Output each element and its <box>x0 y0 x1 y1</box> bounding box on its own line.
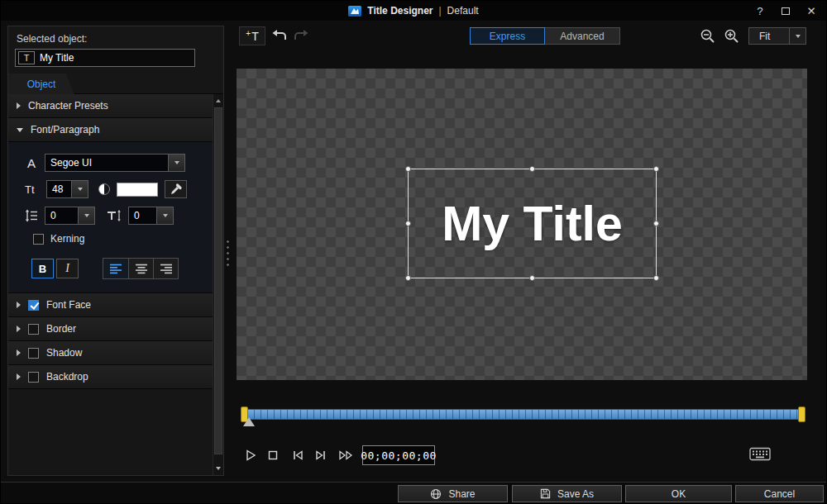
chevron-down-icon <box>796 35 801 38</box>
footer-bar: Share Save As OK Cancel <box>1 482 826 504</box>
trim-end-handle[interactable] <box>798 407 805 422</box>
italic-button[interactable]: I <box>56 259 79 278</box>
title-separator: | <box>438 5 441 17</box>
scrollbar-thumb[interactable] <box>214 107 222 454</box>
align-right-icon <box>160 264 173 274</box>
advanced-mode-button[interactable]: Advanced <box>545 27 620 45</box>
panel-scrollbar[interactable] <box>213 94 223 475</box>
text-selection-box[interactable]: My Title <box>408 169 657 278</box>
share-button[interactable]: Share <box>398 485 508 502</box>
backdrop-checkbox[interactable] <box>28 372 39 383</box>
stop-icon <box>266 449 280 462</box>
resize-handle-sw[interactable] <box>405 275 411 281</box>
playhead-marker[interactable] <box>243 417 255 426</box>
redo-button[interactable] <box>294 29 310 41</box>
previous-frame-button[interactable] <box>288 445 308 465</box>
object-name-field[interactable]: T My Title <box>15 49 195 67</box>
selected-object-label: Selected object: <box>17 33 87 45</box>
insert-text-button[interactable]: +T <box>239 26 265 45</box>
section-font-paragraph[interactable]: Font/Paragraph <box>8 118 213 142</box>
zoom-out-button[interactable] <box>700 28 715 44</box>
font-family-icon: A <box>25 156 38 170</box>
tab-object-label: Object <box>27 78 56 90</box>
resize-handle-se[interactable] <box>653 275 659 281</box>
save-as-button[interactable]: Save As <box>512 485 622 502</box>
tab-object[interactable]: Object <box>8 74 74 94</box>
baseline-shift-select[interactable]: 0 <box>128 207 174 225</box>
scroll-up-button[interactable] <box>213 95 223 107</box>
spacing-row: 0 0 <box>25 207 213 225</box>
undo-button[interactable] <box>270 29 287 41</box>
border-checkbox[interactable] <box>28 324 39 335</box>
shadow-checkbox[interactable] <box>28 348 39 359</box>
ok-label: OK <box>672 488 686 500</box>
resize-handle-nw[interactable] <box>405 166 411 172</box>
timecode-display: 00;00;00;00 <box>362 445 435 465</box>
text-style-row: B I <box>31 258 213 279</box>
font-family-select[interactable]: Segoe UI <box>45 154 185 172</box>
fit-zoom-select[interactable]: Fit <box>748 27 806 45</box>
section-character-presets[interactable]: Character Presets <box>8 94 213 118</box>
align-center-button[interactable] <box>128 259 153 278</box>
bold-button[interactable]: B <box>31 259 54 278</box>
font-face-checkbox[interactable] <box>28 300 39 311</box>
resize-handle-e[interactable] <box>653 221 659 226</box>
resize-handle-ne[interactable] <box>653 166 659 172</box>
chevron-down-icon <box>78 188 83 191</box>
eyedropper-button[interactable] <box>165 180 187 198</box>
close-button[interactable]: ✕ <box>805 4 818 17</box>
baseline-shift-dropdown-button[interactable] <box>156 207 174 225</box>
tab-strip: Object <box>8 74 223 94</box>
kerning-checkbox[interactable] <box>33 234 44 245</box>
section-shadow[interactable]: Shadow <box>8 341 213 365</box>
fast-forward-button[interactable] <box>334 445 357 465</box>
baseline-shift-value: 0 <box>128 207 156 225</box>
fit-dropdown-button[interactable] <box>789 28 805 44</box>
express-mode-button[interactable]: Express <box>470 27 545 45</box>
help-button[interactable]: ? <box>753 4 767 17</box>
next-frame-button[interactable] <box>311 445 331 465</box>
font-size-dropdown-button[interactable] <box>71 180 88 198</box>
play-icon <box>244 449 257 462</box>
duration-timeline[interactable] <box>246 409 799 420</box>
play-button[interactable] <box>241 445 261 465</box>
canvas-title-text[interactable]: My Title <box>442 196 623 252</box>
section-backdrop[interactable]: Backdrop <box>8 365 213 389</box>
maximize-icon <box>782 7 790 15</box>
resize-handle-w[interactable] <box>405 221 411 226</box>
line-spacing-select[interactable]: 0 <box>45 207 95 225</box>
maximize-button[interactable] <box>779 4 792 17</box>
mode-toggle: Express Advanced <box>470 27 620 45</box>
cancel-button[interactable]: Cancel <box>735 485 824 502</box>
section-border[interactable]: Border <box>8 317 213 341</box>
align-right-button[interactable] <box>153 259 178 278</box>
font-family-dropdown-button[interactable] <box>168 154 185 172</box>
undo-icon <box>270 29 287 41</box>
chevron-down-icon <box>17 128 23 132</box>
zoom-in-button[interactable] <box>724 28 739 44</box>
window-controls: ? ✕ <box>753 1 818 21</box>
titlebar-center: Title Designer | Default <box>1 1 826 21</box>
panel-splitter-grip[interactable] <box>226 239 230 269</box>
save-as-label: Save As <box>557 488 594 500</box>
line-spacing-dropdown-button[interactable] <box>78 207 95 225</box>
font-size-select[interactable]: 48 <box>46 180 88 198</box>
chevron-right-icon <box>17 302 21 308</box>
stop-button[interactable] <box>264 445 282 465</box>
scroll-down-button[interactable] <box>213 463 223 474</box>
section-font-face[interactable]: Font Face <box>8 293 213 317</box>
preview-canvas[interactable]: My Title <box>237 69 807 380</box>
resize-handle-n[interactable] <box>529 166 535 172</box>
save-icon <box>540 488 551 499</box>
chevron-down-icon <box>163 214 168 217</box>
align-left-button[interactable] <box>103 259 128 278</box>
resize-handle-s[interactable] <box>529 275 535 281</box>
text-object-icon: T <box>18 51 35 64</box>
font-color-swatch[interactable] <box>117 183 158 197</box>
color-fill-icon <box>98 183 110 195</box>
font-size-value: 48 <box>46 180 71 198</box>
font-family-value: Segoe UI <box>45 154 168 172</box>
ok-button[interactable]: OK <box>625 485 732 502</box>
baseline-shift-icon <box>107 209 122 222</box>
grid-toggle-button[interactable] <box>749 447 771 461</box>
